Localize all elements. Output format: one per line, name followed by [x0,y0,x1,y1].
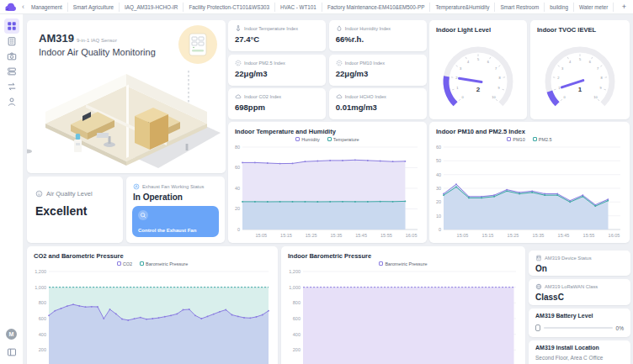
battery-slider-knob[interactable] [535,324,540,331]
tab-iaq-am319-hcho-ir[interactable]: IAQ_AM319-HCHO-IR [119,3,183,12]
svg-text:3: 3 [460,66,462,71]
svg-text:8: 8 [601,76,604,80]
tile-indoor-humidity-index: Indoor Humidity Index 66%r.h. [329,20,427,51]
legend-item-humidity[interactable]: Humidity [295,137,319,142]
chart-legend: HumidityTemperature [228,135,427,143]
tabs-back-chevron[interactable]: ‹ [22,3,24,11]
globe-icon [535,283,542,290]
air-quality-label: Air Quality Level [46,190,93,198]
battery-percent: 0% [616,325,624,331]
sidebar-collapse-icon[interactable] [4,345,19,360]
tile-label: Indoor PM10 Index [345,61,385,66]
svg-text:400: 400 [39,332,46,337]
tab-building[interactable]: building [544,3,573,12]
avatar[interactable]: M [6,329,17,340]
svg-text:1: 1 [578,86,582,93]
tab-facility-protection-ct101-ws303[interactable]: Facility Protection-CT101&WS303 [183,3,274,12]
droplet-icon [336,25,343,32]
tab-management[interactable]: Management [26,3,67,12]
exhaust-status-label: Exhaust Fan Working Status [142,184,204,189]
smiley-icon [35,190,43,198]
tile-indoor-pm2-5-index: Indoor PM2.5 Index 22μg/m3 [228,55,326,86]
svg-text:10: 10 [492,95,496,99]
barometric-chart-card: Indoor Barometric Pressure Barometric Pr… [281,246,525,364]
sidebar-item-building[interactable] [4,34,19,49]
svg-text:2: 2 [476,86,481,93]
sidebar-item-server[interactable] [4,64,19,79]
svg-text:15:45: 15:45 [355,233,367,238]
svg-text:6: 6 [589,60,592,64]
chart-title: CO2 and Barometric Pressure [27,246,278,260]
chart-title: Indoor Temperature and Humidity [228,122,427,135]
svg-text:30: 30 [436,186,441,191]
pm-chart-card: Indoor PM10 and PM2.5 Index PM10PM2.5 01… [429,122,630,243]
legend-item-temperature[interactable]: Temperature [327,137,359,142]
device-status-label: AM319 Device Status [545,256,592,261]
svg-text:80: 80 [235,145,240,150]
sidebar-item-camera[interactable] [4,49,19,64]
svg-text:1,000: 1,000 [289,285,301,290]
svg-text:40: 40 [436,172,441,177]
dashboard-canvas: AM3199-in-1 IAQ Sensor Indoor Air Qualit… [24,14,633,364]
temp-humidity-chart-card: Indoor Temperature and Humidity Humidity… [228,122,427,243]
sidebar: M [0,14,24,364]
svg-text:1,200: 1,200 [35,269,46,274]
temp-humidity-plot: 02040608015:0515:1515:2515:3515:4515:551… [232,144,423,240]
pm-plot: 010203040506015:0515:1515:2515:3515:4515… [434,144,625,240]
tab-hvac-wt101[interactable]: HVAC - WT101 [274,3,322,12]
tile-value: 27.4°C [235,34,319,44]
legend-item-pm10[interactable]: PM10 [507,137,524,142]
hero-subtitle: 9-in-1 IAQ Sensor [77,38,117,43]
chart-title: Indoor Light Level [429,20,527,34]
svg-text:800: 800 [39,300,46,305]
svg-text:3: 3 [561,66,564,71]
svg-text:1,200: 1,200 [289,269,301,274]
tab-bar: ManagementSmart AgricultureIAQ_AM319-HCH… [26,0,615,13]
svg-text:15:25: 15:25 [508,233,519,238]
co2-plot: 02004006008001,0001,20010:0511:0512:0513… [31,268,274,364]
svg-text:15:15: 15:15 [280,233,292,238]
app-logo-icon[interactable] [4,3,17,12]
svg-text:15:25: 15:25 [306,233,317,238]
svg-text:5: 5 [477,57,480,61]
cloud-icon [235,93,242,100]
svg-text:7: 7 [495,66,497,71]
tile-indoor-co2-index: Indoor CO2 Index 698ppm [228,88,326,119]
air-quality-value: Excellent [35,204,123,218]
battery-slider[interactable]: 0% [535,324,624,331]
tab-smart-agriculture[interactable]: Smart Agriculture [67,3,119,12]
tab-water-meter[interactable]: Water meter [573,3,613,12]
legend-item-barometric-pressure[interactable]: Barometric Pressure [140,261,188,266]
sidebar-item-dashboard[interactable] [4,18,19,34]
battery-level-card: AM319 Battery Level 0% [529,309,630,337]
tile-value: 22μg/m3 [235,69,319,78]
lorawan-class-label: AM319 LoRaWAN Class [545,284,598,289]
tile-indoor-temperature-index: Indoor Temperature Index 27.4°C [228,20,326,51]
hero-model: AM319 [39,32,74,45]
legend-item-co2[interactable]: CO2 [117,261,132,266]
light-level-gauge-card: Indoor Light Level 0123456789102 [429,20,527,119]
svg-text:2: 2 [455,76,458,80]
light-level-gauge: 0123456789102 [429,35,527,118]
tile-indoor-hcho-index: Indoor HCHO Index 0.01mg/m3 [329,88,427,119]
svg-text:15:05: 15:05 [457,233,469,238]
svg-text:1: 1 [456,86,459,90]
tab-temperature-humidity[interactable]: Temperature&Humidity [429,3,494,12]
sidebar-item-user[interactable] [4,94,19,109]
tab-factory-maintenance-em410-em500-pp[interactable]: Factory Maintenance-EM410&EM500-PP [322,3,430,12]
battery-level-title: AM319 Battery Level [535,313,624,319]
tile-value: 22μg/m3 [336,69,420,78]
legend-item-pm2-5[interactable]: PM2.5 [533,137,552,142]
svg-text:0: 0 [461,95,464,99]
svg-text:60: 60 [235,165,240,170]
tile-value: 66%r.h. [336,34,420,44]
control-exhaust-fan-button[interactable]: Control the Exhaust Fan [132,206,219,237]
install-location-title: AM319 Install Location [535,345,624,351]
add-tab-button[interactable]: + [615,3,633,11]
fan-icon [133,183,140,190]
legend-item-barometric-pressure[interactable]: Barometric Pressure [379,261,427,266]
sidebar-item-workflow[interactable] [4,79,19,94]
tab-smart-restroom[interactable]: Smart Restroom [494,3,544,12]
chart-title: Indoor PM10 and PM2.5 Index [429,122,630,135]
battery-slider-track[interactable] [544,327,613,329]
